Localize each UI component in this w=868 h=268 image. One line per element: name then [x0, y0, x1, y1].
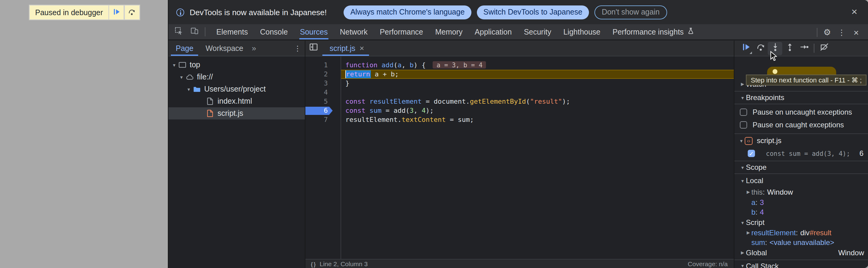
more-tabs-chevron[interactable]: » — [249, 41, 258, 56]
expand-arrow-icon[interactable]: ▼ — [739, 179, 746, 183]
colon: : — [755, 198, 757, 207]
tree-item-script-js[interactable]: script.js — [168, 107, 305, 119]
line-number[interactable]: 4 — [305, 88, 341, 97]
tab-lighthouse[interactable]: Lighthouse — [557, 24, 606, 39]
code-line-4[interactable]: 4 — [305, 88, 734, 97]
toggle-navigator-icon[interactable] — [305, 41, 321, 56]
call-stack-section-header[interactable]: ▼Call Stack — [734, 259, 868, 268]
line-number[interactable]: 7 — [305, 115, 341, 124]
expand-arrow-icon[interactable]: ▼ — [171, 63, 178, 67]
navigator-tab-workspace[interactable]: Workspace — [199, 41, 249, 56]
checkbox[interactable] — [740, 108, 747, 116]
variable-name: resultElement — [751, 229, 796, 237]
scope-group-script[interactable]: ▼Script — [734, 217, 868, 228]
checkbox[interactable] — [740, 121, 747, 128]
code-token: b — [410, 61, 413, 69]
tree-item-index-html[interactable]: index.html — [168, 95, 305, 107]
scope-group-global[interactable]: ▶GlobalWindow — [734, 248, 868, 258]
tree-item-label: top — [190, 61, 200, 69]
tabbar-right-divider — [817, 28, 817, 37]
scope-variable-resultelement[interactable]: ▶resultElement:div#result — [734, 228, 868, 238]
code-token: getElementById — [470, 98, 526, 106]
scope-variable-b[interactable]: b:4 — [734, 207, 868, 217]
scope-group-local[interactable]: ▼Local — [734, 174, 868, 187]
expand-arrow-icon[interactable]: ▼ — [185, 87, 192, 91]
step-over-button[interactable] — [753, 41, 768, 55]
inspect-element-icon[interactable] — [171, 24, 187, 39]
line-number[interactable]: 3 — [305, 79, 341, 88]
breakpoint-file-group[interactable]: ▼ ‹› script.js — [734, 134, 868, 147]
device-toolbar-icon[interactable] — [187, 24, 203, 39]
settings-gear-icon[interactable]: ⚙ — [820, 25, 834, 39]
infobar-action-switch-devtools-to-japanese[interactable]: Switch DevTools to Japanese — [477, 5, 589, 19]
tab-sources[interactable]: Sources — [294, 24, 334, 39]
code-line-3[interactable]: 3} — [305, 79, 734, 88]
more-options-kebab-icon[interactable]: ⋮ — [834, 25, 849, 39]
language-infobar: DevTools is now available in Japanese! A… — [168, 0, 868, 24]
breakpoint-flag[interactable]: 6 — [305, 107, 333, 115]
tab-console[interactable]: Console — [254, 24, 294, 39]
line-number[interactable]: 2 — [305, 70, 341, 79]
line-number[interactable]: 5 — [305, 97, 341, 106]
devtools-window: DevTools is now available in Japanese! A… — [168, 0, 868, 268]
code-token — [377, 61, 381, 69]
expand-arrow-icon[interactable]: ▶ — [745, 190, 751, 195]
editor-tab-close-icon[interactable]: × — [360, 44, 364, 53]
step-button[interactable] — [797, 41, 811, 55]
tab-network[interactable]: Network — [334, 24, 374, 39]
resume-icon — [741, 42, 750, 54]
expand-arrow-icon[interactable]: ▼ — [178, 75, 185, 79]
colon: : — [763, 188, 765, 197]
scope-variable-sum[interactable]: sum:<value unavailable> — [734, 238, 868, 248]
expand-arrow-icon[interactable]: ▼ — [739, 220, 746, 225]
breakpoint-entry[interactable]: ✓const sum = add(3, 4);6 — [734, 147, 868, 159]
infobar-message: DevTools is now available in Japanese! — [190, 7, 327, 17]
breakpoints-section-header[interactable]: ▼Breakpoints — [734, 91, 868, 104]
line-number[interactable]: 6 — [305, 106, 341, 115]
line-number[interactable]: 1 — [305, 61, 341, 70]
code-line-1[interactable]: 1function add(a, b) {a = 3, b = 4 — [305, 61, 734, 70]
code-line-2[interactable]: 2return a + b; — [305, 70, 734, 79]
tab-application[interactable]: Application — [469, 24, 518, 39]
step-over-banner-button[interactable] — [125, 5, 140, 20]
infobar-action-don-t-show-again[interactable]: Don't show again — [594, 5, 667, 19]
expand-arrow-icon[interactable]: ▶ — [745, 230, 751, 235]
gutter-divider — [341, 56, 341, 259]
code-line-7[interactable]: 7resultElement.textContent = sum; — [305, 115, 734, 124]
code-line-5[interactable]: 5const resultElement = document.getEleme… — [305, 97, 734, 106]
tab-performance-insights[interactable]: Performance insights — [607, 24, 701, 39]
frame-icon — [178, 60, 187, 69]
tree-item-users-user-project[interactable]: ▼Users/user/project — [168, 83, 305, 95]
code-editor[interactable]: 1function add(a, b) {a = 3, b = 42return… — [305, 56, 734, 259]
resume-script-button[interactable] — [110, 5, 124, 20]
tree-item-top[interactable]: ▼top — [168, 59, 305, 71]
file-icon — [206, 97, 215, 106]
pretty-print-icon[interactable]: { } — [311, 261, 315, 267]
scope-variable-a[interactable]: a:3 — [734, 197, 868, 207]
tabbar-divider — [205, 27, 206, 36]
scope-variable-this[interactable]: ▶this:Window — [734, 187, 868, 197]
code-token: 3 — [410, 107, 413, 115]
checkbox-row-pause-on-caught-exceptions[interactable]: Pause on caught exceptions — [734, 118, 868, 131]
close-devtools-icon[interactable]: × — [849, 25, 864, 39]
navigator-kebab-icon[interactable]: ⋮ — [294, 41, 301, 56]
scope-section-header[interactable]: ▼Scope — [734, 161, 868, 174]
scope-group-value: Window — [838, 248, 868, 257]
editor-tab-scriptjs[interactable]: script.js × — [321, 41, 370, 56]
checkbox-row-pause-on-uncaught-exceptions[interactable]: Pause on uncaught exceptions — [734, 106, 868, 118]
infobar-close-icon[interactable]: × — [848, 5, 861, 19]
tree-item-file[interactable]: ▼file:// — [168, 71, 305, 83]
tab-elements[interactable]: Elements — [210, 24, 254, 39]
step-out-button[interactable] — [782, 41, 797, 55]
deactivate-breakpoints-button[interactable] — [817, 41, 831, 55]
infobar-action-always-match-chrome-s-language[interactable]: Always match Chrome's language — [344, 5, 471, 19]
tab-performance[interactable]: Performance — [374, 24, 429, 39]
expand-arrow-icon[interactable]: ▶ — [739, 250, 746, 255]
navigator-tab-page[interactable]: Page — [170, 41, 199, 56]
tab-security[interactable]: Security — [518, 24, 557, 39]
resume-button[interactable] — [739, 41, 753, 55]
code-line-6[interactable]: 6const sum = add(3, 4); — [305, 106, 734, 115]
paused-in-debugger-banner: Paused in debugger — [29, 5, 140, 20]
breakpoint-checkbox[interactable]: ✓ — [748, 150, 755, 157]
tab-memory[interactable]: Memory — [429, 24, 469, 39]
